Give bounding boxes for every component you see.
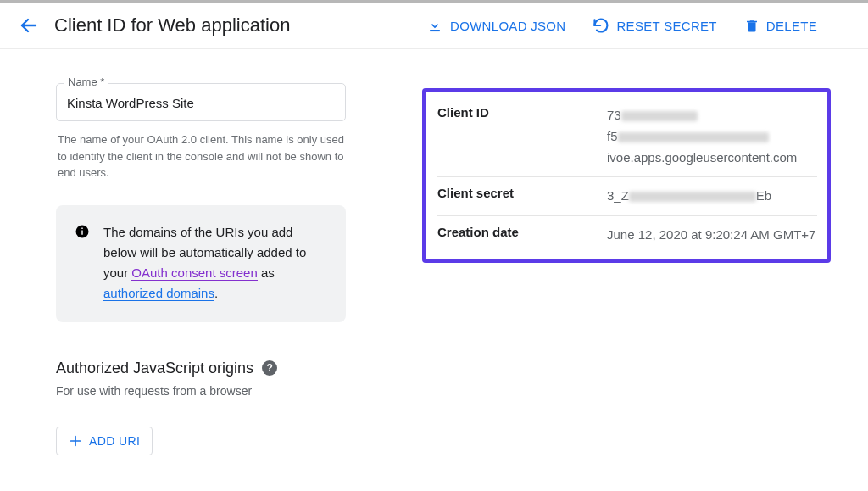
authorized-domains-link[interactable]: authorized domains	[103, 286, 214, 301]
client-secret-label: Client secret	[437, 186, 607, 207]
client-secret-value: 3_ZEb	[607, 186, 817, 207]
client-secret-row: Client secret 3_ZEb	[437, 177, 817, 216]
client-id-row: Client ID 73 f5ivoe.apps.googleuserconte…	[437, 97, 817, 177]
client-id-label: Client ID	[437, 105, 607, 168]
content: Name * The name of your OAuth 2.0 client…	[0, 49, 868, 455]
redacted-segment	[629, 192, 756, 202]
authorized-js-origins-section: Authorized JavaScript origins ? For use …	[56, 360, 346, 455]
top-bar: Client ID for Web application DOWNLOAD J…	[0, 0, 868, 49]
svg-rect-4	[81, 227, 83, 229]
client-id-suffix2: ivoe.apps.googleusercontent.com	[607, 150, 797, 165]
credentials-box: Client ID 73 f5ivoe.apps.googleuserconte…	[422, 88, 831, 263]
client-id-value: 73 f5ivoe.apps.googleusercontent.com	[607, 105, 817, 168]
info-card: The domains of the URIs you add below wi…	[56, 205, 346, 322]
reset-secret-button[interactable]: RESET SECRET	[593, 17, 716, 34]
name-field-wrap: Name *	[56, 83, 346, 121]
trash-icon	[744, 17, 760, 34]
back-button[interactable]	[17, 14, 41, 37]
info-text-post: .	[214, 286, 218, 300]
name-help-text: The name of your OAuth 2.0 client. This …	[56, 130, 346, 181]
authorized-js-origins-desc: For use with requests from a browser	[56, 384, 346, 398]
section-title-row: Authorized JavaScript origins ?	[56, 360, 346, 377]
add-uri-button[interactable]: ADD URI	[56, 427, 153, 455]
download-json-button[interactable]: DOWNLOAD JSON	[426, 17, 565, 34]
delete-button[interactable]: DELETE	[744, 17, 817, 34]
refresh-icon	[593, 17, 609, 34]
info-icon	[75, 224, 90, 239]
top-actions: DOWNLOAD JSON RESET SECRET DELETE	[426, 17, 817, 34]
oauth-consent-link[interactable]: OAuth consent screen	[131, 265, 257, 281]
redacted-segment	[621, 111, 698, 121]
page-title: Client ID for Web application	[54, 14, 290, 36]
download-icon	[426, 17, 443, 34]
right-column: Client ID 73 f5ivoe.apps.googleuserconte…	[422, 83, 831, 455]
arrow-left-icon	[19, 15, 39, 36]
plus-icon	[69, 434, 82, 448]
name-label: Name *	[64, 75, 108, 88]
svg-rect-1	[430, 30, 440, 31]
left-column: Name * The name of your OAuth 2.0 client…	[56, 83, 346, 455]
name-input[interactable]	[56, 83, 346, 121]
client-id-prefix1: 73	[607, 108, 621, 122]
client-secret-prefix: 3_Z	[607, 188, 629, 203]
download-json-label: DOWNLOAD JSON	[450, 19, 565, 33]
delete-label: DELETE	[766, 19, 817, 33]
redacted-segment	[618, 132, 769, 142]
add-uri-label: ADD URI	[89, 434, 140, 448]
creation-date-value: June 12, 2020 at 9:20:24 AM GMT+7	[607, 225, 817, 246]
client-id-prefix2: f5	[607, 129, 618, 143]
creation-date-label: Creation date	[437, 225, 607, 246]
svg-rect-3	[81, 230, 83, 234]
help-icon[interactable]: ?	[262, 360, 277, 376]
info-text-mid: as	[258, 265, 275, 280]
authorized-js-origins-title: Authorized JavaScript origins	[56, 360, 253, 377]
creation-date-row: Creation date June 12, 2020 at 9:20:24 A…	[437, 216, 817, 254]
reset-secret-label: RESET SECRET	[616, 19, 716, 33]
client-secret-suffix: Eb	[756, 188, 771, 203]
